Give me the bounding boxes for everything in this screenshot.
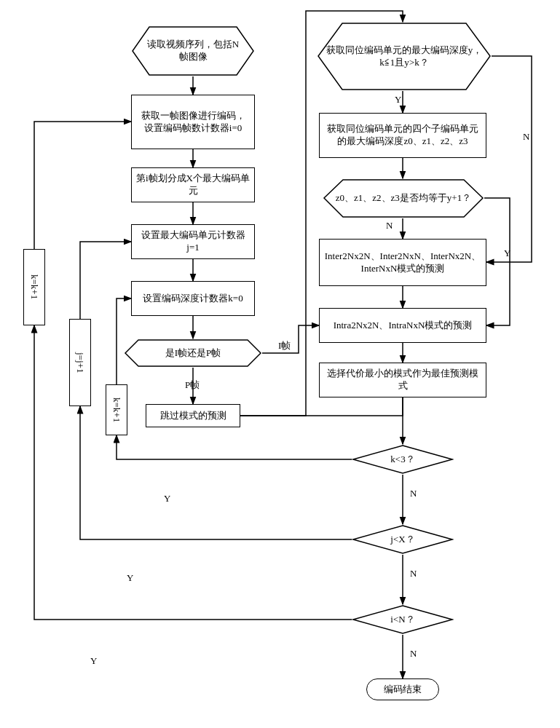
box-get-frame-text: 获取一帧图像进行编码， 设置编码帧数计数器i=0 (136, 110, 250, 135)
box-set-j-text: 设置最大编码单元计数器j=1 (136, 229, 250, 254)
box-intra-modes-text: Intra2Nx2N、IntraNxN模式的预测 (334, 320, 473, 332)
end-node: 编码结束 (366, 678, 439, 700)
decision-y: 获取同位编码单元的最大编码深度y， k≦1且y>k？ (317, 22, 492, 91)
label-pframe: P帧 (184, 379, 201, 392)
box-inc-k-right-text: k=k+1 (111, 397, 123, 422)
label-jx-y: Y (125, 572, 135, 584)
decision-y-text: 获取同位编码单元的最大编码深度y， k≦1且y>k？ (317, 22, 492, 91)
decision-in-text: i<N？ (352, 604, 454, 635)
label-y2: Y (502, 248, 512, 259)
decision-in: i<N？ (352, 604, 454, 635)
box-inc-k-left: k=k+1 (23, 249, 45, 325)
box-best-mode-text: 选择代价最小的模式作为最佳预测模式 (324, 368, 481, 392)
box-intra-modes: Intra2Nx2N、IntraNxN模式的预测 (319, 308, 486, 343)
box-get-frame: 获取一帧图像进行编码， 设置编码帧数计数器i=0 (131, 95, 255, 149)
box-sub-depth-text: 获取同位编码单元的四个子编码单元的最大编码深度z0、z1、z2、z3 (324, 123, 481, 148)
box-skip-mode: 跳过模式的预测 (146, 404, 240, 427)
box-sub-depth: 获取同位编码单元的四个子编码单元的最大编码深度z0、z1、z2、z3 (319, 113, 486, 158)
box-split-lcu: 第i帧划分成X个最大编码单元 (131, 167, 255, 202)
decision-k3: k<3？ (352, 444, 454, 475)
decision-jx-text: j<X？ (352, 524, 454, 555)
label-k3-n: N (409, 488, 418, 499)
label-jx-n: N (409, 568, 418, 579)
label-iframe: I帧 (277, 339, 292, 352)
box-set-k-text: 设置编码深度计数器k=0 (143, 293, 242, 305)
box-inc-j: j=j+1 (69, 319, 91, 406)
decision-z: z0、z1、z2、z3是否均等于y+1？ (323, 178, 484, 218)
box-inc-k-right: k=k+1 (106, 384, 127, 435)
label-n2: N (384, 220, 394, 232)
box-best-mode: 选择代价最小的模式作为最佳预测模式 (319, 363, 486, 397)
box-inter-modes-text: Inter2Nx2N、Inter2NxN、InterNx2N、InterNxN模… (324, 250, 481, 275)
box-inc-k-left-text: k=k+1 (28, 274, 41, 299)
label-y1: Y (393, 94, 403, 106)
decision-frame-type-text: 是I帧还是P帧 (151, 347, 236, 360)
box-inc-j-text: j=j+1 (74, 352, 87, 373)
box-inter-modes: Inter2Nx2N、Inter2NxN、InterNx2N、InterNxN模… (319, 239, 486, 286)
box-set-k: 设置编码深度计数器k=0 (131, 281, 255, 316)
decision-jx: j<X？ (352, 524, 454, 555)
box-skip-mode-text: 跳过模式的预测 (160, 410, 226, 422)
decision-z-text: z0、z1、z2、z3是否均等于y+1？ (323, 178, 484, 218)
decision-frame-type: 是I帧还是P帧 (124, 339, 262, 368)
label-k3-y: Y (162, 493, 172, 505)
box-split-lcu-text: 第i帧划分成X个最大编码单元 (136, 173, 250, 197)
label-in-y: Y (89, 655, 98, 667)
label-n1: N (521, 131, 531, 143)
label-in-n: N (409, 648, 418, 660)
end-label: 编码结束 (384, 683, 422, 696)
start-node: 读取视频序列，包括N帧图像 (131, 25, 255, 76)
start-label: 读取视频序列，包括N帧图像 (131, 39, 255, 63)
box-set-j: 设置最大编码单元计数器j=1 (131, 224, 255, 259)
decision-k3-text: k<3？ (352, 444, 454, 475)
